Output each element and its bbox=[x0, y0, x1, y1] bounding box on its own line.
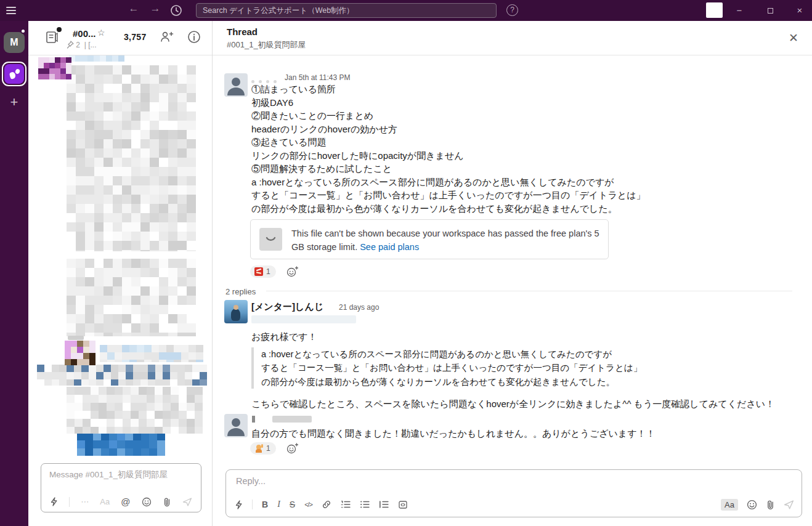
shortcuts-lightning-icon[interactable] bbox=[50, 497, 58, 506]
channel-details-icon[interactable] bbox=[46, 30, 59, 44]
redacted-name bbox=[68, 336, 84, 340]
reply-input[interactable] bbox=[226, 470, 802, 492]
toolbar-divider bbox=[252, 500, 253, 509]
blockquote-button[interactable] bbox=[379, 500, 389, 509]
channel-header: #00... ☆ 2 | [... 3,757 bbox=[28, 21, 212, 55]
minimize-button[interactable]: − bbox=[730, 2, 749, 19]
attachment-notice-text: This file can't be shown because your wo… bbox=[291, 227, 599, 254]
channel-message-list[interactable]: ③起きている問題 bbox=[28, 55, 213, 526]
history-forward-icon[interactable]: → bbox=[148, 2, 163, 15]
code-block-button[interactable] bbox=[398, 500, 408, 509]
channel-topic: [... bbox=[88, 41, 96, 49]
channel-message-box[interactable]: ⋯ Aa @ bbox=[41, 463, 201, 512]
close-window-button[interactable]: × bbox=[790, 2, 809, 19]
pin-icon bbox=[67, 41, 74, 49]
message-timestamp[interactable]: Jan 5th at 11:43 PM bbox=[285, 73, 351, 82]
redacted-content bbox=[69, 55, 128, 62]
help-icon[interactable]: ? bbox=[506, 4, 518, 16]
reply-toolbar: B I S </> bbox=[226, 496, 802, 512]
add-people-icon[interactable] bbox=[159, 30, 174, 44]
reaction-pill[interactable]: 1 bbox=[250, 442, 276, 455]
formatting-aa-icon[interactable]: Aa bbox=[100, 497, 110, 506]
channel-name[interactable]: #00... bbox=[73, 28, 96, 39]
bulleted-list-button[interactable] bbox=[360, 500, 370, 509]
titlebar: ← → ? − × bbox=[0, 0, 812, 21]
send-icon[interactable] bbox=[182, 498, 192, 506]
author-name[interactable]: [メンター]しんじ bbox=[251, 301, 323, 313]
redacted-content bbox=[67, 259, 203, 336]
redacted-username bbox=[272, 416, 312, 423]
hidden-file-icon bbox=[259, 228, 282, 251]
redacted-line bbox=[251, 315, 356, 323]
replies-count-label[interactable]: 2 replies bbox=[225, 287, 262, 296]
channel-message-toolbar: ⋯ Aa @ bbox=[41, 496, 201, 507]
reaction-pill[interactable]: 1 bbox=[250, 265, 276, 278]
redacted-content bbox=[65, 341, 100, 365]
add-reaction-icon[interactable] bbox=[282, 265, 302, 278]
bold-button[interactable]: B bbox=[262, 500, 268, 509]
attach-paperclip-icon[interactable] bbox=[766, 500, 775, 510]
emoji-icon[interactable] bbox=[747, 500, 757, 510]
ordered-list-button[interactable] bbox=[341, 500, 351, 509]
reply-toolbar-right: Aa bbox=[721, 496, 794, 512]
redacted-content bbox=[77, 432, 169, 456]
workspace-button-m[interactable]: M bbox=[4, 32, 25, 53]
reaction-count: 1 bbox=[266, 444, 270, 453]
message-text: こちらで確認したところ、スペースを除いたら問題なくhoverが全リンクに効きまし… bbox=[251, 397, 774, 411]
redacted-content bbox=[38, 57, 71, 79]
file-attachment-card[interactable]: This file can't be shown because your wo… bbox=[250, 219, 609, 259]
message-timestamp[interactable]: 21 days ago bbox=[339, 303, 379, 312]
inline-code-button[interactable]: </> bbox=[304, 501, 312, 508]
strikethrough-button[interactable]: S bbox=[290, 500, 295, 509]
redacted-content bbox=[100, 345, 209, 362]
toolbar-divider bbox=[69, 497, 70, 507]
more-actions-icon[interactable]: ⋯ bbox=[81, 497, 89, 506]
add-workspace-button[interactable]: + bbox=[7, 96, 21, 110]
member-count[interactable]: 3,757 bbox=[124, 32, 147, 42]
thread-channel-name: #001_1_初級質問部屋 bbox=[227, 39, 306, 51]
workspace-button-active[interactable] bbox=[2, 62, 26, 86]
italic-button[interactable]: I bbox=[277, 500, 280, 509]
search-bar[interactable] bbox=[196, 3, 497, 18]
mention-at-icon[interactable]: @ bbox=[121, 496, 130, 507]
reaction-row: 1 bbox=[250, 265, 302, 278]
search-input[interactable] bbox=[197, 4, 496, 17]
thread-close-icon[interactable]: ✕ bbox=[789, 32, 798, 44]
custom-red-emoji bbox=[254, 267, 263, 276]
shortcuts-lightning-icon[interactable] bbox=[235, 500, 243, 509]
reply-box[interactable]: B I S </> Aa bbox=[225, 469, 802, 517]
history-back-icon[interactable]: ← bbox=[126, 2, 141, 15]
avatar[interactable] bbox=[224, 300, 248, 323]
channel-message-input[interactable] bbox=[41, 464, 201, 485]
star-icon[interactable]: ☆ bbox=[97, 28, 105, 38]
send-icon[interactable] bbox=[784, 500, 794, 509]
replies-divider: 2 replies bbox=[225, 286, 798, 297]
pin-count: 2 bbox=[76, 41, 80, 49]
link-button[interactable] bbox=[322, 500, 331, 509]
history-clock-icon[interactable] bbox=[170, 4, 182, 17]
avatar[interactable] bbox=[224, 414, 248, 437]
channel-subheader[interactable]: 2 | [... bbox=[67, 41, 97, 49]
message-text: お疲れ様です！ bbox=[251, 330, 317, 344]
channel-pane: #00... ☆ 2 | [... 3,757 ③起きている問題 ⋯ Aa @ bbox=[28, 21, 213, 526]
info-icon[interactable] bbox=[187, 30, 201, 44]
divider-line bbox=[266, 291, 792, 291]
formatting-aa-toggle[interactable]: Aa bbox=[721, 499, 738, 511]
redacted-content bbox=[37, 365, 209, 386]
quoted-text-block: a :hoverとなっている所のスペース部分に問題があるのかと思い無くしてみたの… bbox=[251, 347, 642, 389]
hamburger-menu-icon[interactable] bbox=[6, 7, 16, 14]
reaction-count: 1 bbox=[266, 267, 270, 276]
message-text: ①詰まっている箇所 初級DAY6 ②聞きたいことの一行まとめ headerのリン… bbox=[251, 83, 646, 215]
redacted-content bbox=[67, 387, 209, 434]
avatar[interactable] bbox=[224, 73, 248, 97]
see-paid-plans-link[interactable]: See paid plans bbox=[360, 242, 419, 252]
add-reaction-icon[interactable] bbox=[282, 442, 302, 455]
maximize-button[interactable] bbox=[761, 2, 779, 19]
workspace-rail: M + bbox=[0, 21, 28, 526]
attach-paperclip-icon[interactable] bbox=[163, 497, 171, 507]
channel-unread-dot bbox=[57, 27, 62, 32]
reaction-row: 1 bbox=[250, 442, 302, 455]
thread-pane: Thread #001_1_初級質問部屋 ✕ Jan 5th at 11:43 … bbox=[213, 21, 812, 526]
emoji-icon[interactable] bbox=[142, 497, 152, 507]
thread-title: Thread bbox=[227, 26, 258, 37]
